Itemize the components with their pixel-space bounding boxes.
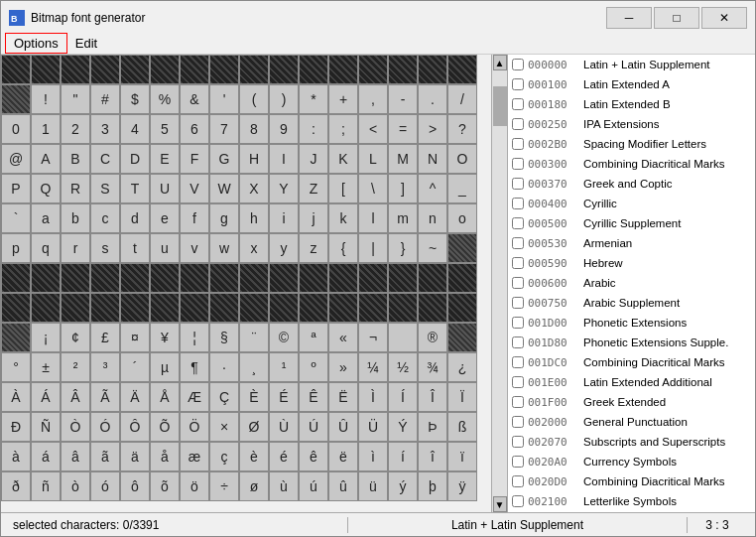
char-cell[interactable]	[447, 263, 477, 293]
char-cell[interactable]: «	[328, 323, 358, 352]
char-cell[interactable]	[328, 55, 358, 84]
char-cell[interactable]	[388, 293, 418, 323]
char-cell[interactable]: A	[31, 144, 61, 174]
char-cell[interactable]: 0	[1, 114, 31, 144]
char-cell[interactable]: ¦	[180, 323, 209, 352]
char-cell[interactable]: ï	[447, 442, 477, 471]
char-cell[interactable]: ´	[120, 352, 150, 382]
char-cell[interactable]: È	[239, 382, 269, 412]
char-cell[interactable]	[1, 323, 31, 352]
char-cell[interactable]: Ç	[209, 382, 239, 412]
char-cell[interactable]: /	[447, 84, 477, 114]
sidebar-item[interactable]: 001D00Phonetic Extensions	[508, 313, 755, 333]
char-cell[interactable]: í	[388, 442, 418, 471]
maximize-button[interactable]: □	[654, 7, 699, 29]
char-cell[interactable]: ð	[1, 471, 31, 501]
unicode-block-checkbox[interactable]	[512, 237, 524, 249]
unicode-block-checkbox[interactable]	[512, 376, 524, 388]
sidebar-item[interactable]: 000300Combining Diacritical Marks	[508, 154, 755, 174]
sidebar-item[interactable]: 002000General Punctuation	[508, 412, 755, 432]
char-cell[interactable]: G	[209, 144, 239, 174]
char-cell[interactable]: Q	[31, 174, 61, 203]
char-cell[interactable]: §	[209, 323, 239, 352]
char-cell[interactable]	[90, 293, 120, 323]
char-cell[interactable]: µ	[150, 352, 180, 382]
char-cell[interactable]: v	[180, 233, 209, 263]
char-cell[interactable]: ù	[269, 471, 299, 501]
char-cell[interactable]: S	[90, 174, 120, 203]
unicode-block-checkbox[interactable]	[512, 257, 524, 269]
char-cell[interactable]	[269, 263, 299, 293]
char-cell[interactable]: Û	[328, 412, 358, 442]
char-cell[interactable]: ä	[120, 442, 150, 471]
char-cell[interactable]: Z	[299, 174, 328, 203]
char-cell[interactable]: ²	[61, 352, 90, 382]
char-cell[interactable]: Ñ	[31, 412, 61, 442]
char-cell[interactable]	[358, 263, 388, 293]
char-cell[interactable]: 6	[180, 114, 209, 144]
char-cell[interactable]: &	[180, 84, 209, 114]
char-cell[interactable]: b	[61, 203, 90, 233]
char-cell[interactable]: ­	[388, 323, 418, 352]
char-cell[interactable]: ã	[90, 442, 120, 471]
unicode-block-checkbox[interactable]	[512, 456, 524, 468]
char-cell[interactable]: º	[299, 352, 328, 382]
char-cell[interactable]: |	[358, 233, 388, 263]
char-cell[interactable]: r	[61, 233, 90, 263]
char-cell[interactable]	[388, 55, 418, 84]
char-cell[interactable]: Õ	[150, 412, 180, 442]
sidebar-item[interactable]: 000370Greek and Coptic	[508, 174, 755, 194]
char-cell[interactable]: á	[31, 442, 61, 471]
unicode-block-checkbox[interactable]	[512, 118, 524, 130]
char-cell[interactable]	[180, 55, 209, 84]
char-cell[interactable]: ?	[447, 114, 477, 144]
unicode-block-checkbox[interactable]	[512, 78, 524, 90]
unicode-block-checkbox[interactable]	[512, 59, 524, 70]
char-cell[interactable]: þ	[418, 471, 447, 501]
char-cell[interactable]: V	[180, 174, 209, 203]
char-cell[interactable]: ÷	[209, 471, 239, 501]
char-cell[interactable]: è	[239, 442, 269, 471]
sidebar-item[interactable]: 001E00Latin Extended Additional	[508, 372, 755, 392]
char-cell[interactable]: ]	[388, 174, 418, 203]
char-cell[interactable]: 9	[269, 114, 299, 144]
char-cell[interactable]: }	[388, 233, 418, 263]
char-cell[interactable]: y	[269, 233, 299, 263]
sidebar-item[interactable]: 000500Cyrillic Supplement	[508, 213, 755, 233]
char-cell[interactable]: ñ	[31, 471, 61, 501]
sidebar-item[interactable]: 000100Latin Extended A	[508, 74, 755, 94]
char-cell[interactable]: Ô	[120, 412, 150, 442]
char-cell[interactable]: Y	[269, 174, 299, 203]
char-cell[interactable]	[447, 55, 477, 84]
char-cell[interactable]: g	[209, 203, 239, 233]
char-cell[interactable]: '	[209, 84, 239, 114]
char-cell[interactable]	[31, 293, 61, 323]
char-cell[interactable]: =	[388, 114, 418, 144]
char-cell[interactable]: p	[1, 233, 31, 263]
char-cell[interactable]	[388, 263, 418, 293]
char-cell[interactable]	[209, 55, 239, 84]
char-cell[interactable]: ¬	[358, 323, 388, 352]
char-cell[interactable]: ª	[299, 323, 328, 352]
char-cell[interactable]: ¨	[239, 323, 269, 352]
char-cell[interactable]: e	[150, 203, 180, 233]
char-cell[interactable]	[447, 293, 477, 323]
char-cell[interactable]: ë	[328, 442, 358, 471]
char-cell[interactable]	[269, 293, 299, 323]
char-cell[interactable]: (	[239, 84, 269, 114]
char-cell[interactable]: >	[418, 114, 447, 144]
char-cell[interactable]: k	[328, 203, 358, 233]
char-cell[interactable]	[61, 263, 90, 293]
char-cell[interactable]: Ä	[120, 382, 150, 412]
char-cell[interactable]: {	[328, 233, 358, 263]
char-cell[interactable]: ³	[90, 352, 120, 382]
char-cell[interactable]: Ì	[358, 382, 388, 412]
unicode-block-checkbox[interactable]	[512, 396, 524, 408]
char-cell[interactable]	[269, 55, 299, 84]
char-cell[interactable]	[418, 263, 447, 293]
char-cell[interactable]: :	[299, 114, 328, 144]
char-cell[interactable]: %	[150, 84, 180, 114]
char-cell[interactable]: m	[388, 203, 418, 233]
char-cell[interactable]	[150, 263, 180, 293]
char-cell[interactable]: w	[209, 233, 239, 263]
